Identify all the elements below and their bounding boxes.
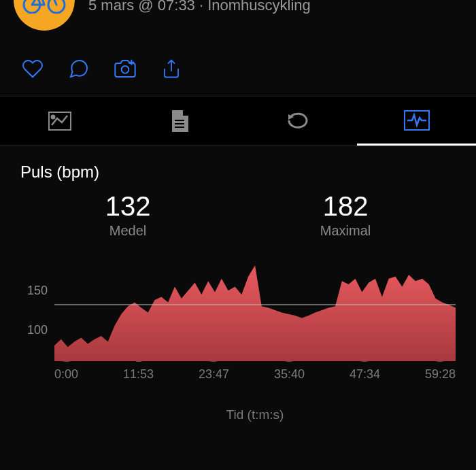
chart-area: [54, 265, 456, 361]
x-axis: 0:0011:5323:4735:4047:3459:28: [54, 361, 456, 382]
x-tick: 23:47: [199, 361, 229, 382]
svg-point-0: [24, 0, 40, 13]
stat-value: 182: [320, 191, 371, 222]
chart-section: Puls (bpm) 132 Medel 182 Maximal 100150 …: [0, 146, 476, 439]
chart-stats: 132 Medel 182 Maximal: [20, 191, 456, 239]
x-tick-dot: [210, 361, 217, 362]
camera-plus-icon: [114, 57, 136, 80]
x-tick-label: 0:00: [54, 367, 78, 382]
chart-title: Puls (bpm): [20, 163, 456, 182]
x-axis-label: Tid (t:m:s): [54, 407, 456, 422]
activity-meta: 5 mars @ 07:33 · Inomhuscykling: [88, 0, 311, 14]
svg-rect-8: [175, 120, 184, 121]
x-tick: 59:28: [425, 361, 456, 382]
heartrate-chart[interactable]: 100150 0:0011:5323:4735:4047:3459:28: [54, 259, 456, 382]
stat-average: 132 Medel: [105, 191, 151, 239]
y-tick-label: 150: [27, 284, 48, 298]
avatar[interactable]: [14, 0, 75, 31]
x-tick-dot: [437, 361, 443, 362]
activity-header: 5 mars @ 07:33 · Inomhuscykling: [0, 0, 476, 44]
x-tick-label: 35:40: [274, 367, 305, 382]
x-tick-label: 59:28: [425, 367, 456, 382]
tab-details[interactable]: [119, 97, 238, 146]
x-tick-dot: [63, 361, 70, 362]
x-tick-dot: [286, 361, 292, 362]
svg-point-7: [51, 116, 54, 119]
share-icon: [161, 58, 182, 79]
chart-plot: [54, 259, 456, 361]
x-tick-label: 11:53: [123, 367, 154, 382]
svg-rect-10: [175, 127, 184, 128]
svg-point-2: [122, 66, 129, 73]
x-tick-label: 23:47: [199, 367, 229, 382]
action-bar: [0, 44, 476, 97]
y-tick-label: 100: [27, 322, 48, 337]
comment-icon: [68, 58, 90, 80]
heart-icon: [22, 58, 44, 80]
x-tick: 35:40: [274, 361, 305, 382]
tab-laps[interactable]: [238, 97, 357, 146]
x-tick: 47:34: [350, 361, 380, 382]
stat-max: 182 Maximal: [320, 191, 371, 239]
detail-tabs: [0, 97, 476, 146]
x-tick: 0:00: [54, 361, 78, 382]
svg-point-1: [48, 0, 65, 13]
like-button[interactable]: [22, 58, 44, 80]
pulse-icon: [404, 110, 430, 131]
stat-label: Medel: [105, 223, 151, 239]
bike-icon: [22, 0, 66, 14]
repeat-icon: [286, 112, 309, 131]
svg-rect-9: [175, 123, 184, 124]
photo-button[interactable]: [114, 58, 136, 80]
comment-button[interactable]: [68, 58, 90, 80]
share-button[interactable]: [160, 58, 182, 80]
document-icon: [169, 110, 188, 132]
route-icon: [48, 112, 71, 131]
tab-map[interactable]: [0, 97, 119, 146]
stat-label: Maximal: [320, 223, 371, 239]
y-axis: 100150: [20, 259, 48, 361]
x-tick-dot: [135, 361, 142, 362]
x-tick-dot: [361, 361, 368, 362]
tab-heartrate[interactable]: [357, 97, 476, 146]
x-tick-label: 47:34: [350, 367, 380, 382]
x-tick: 11:53: [123, 361, 154, 382]
stat-value: 132: [105, 191, 151, 222]
